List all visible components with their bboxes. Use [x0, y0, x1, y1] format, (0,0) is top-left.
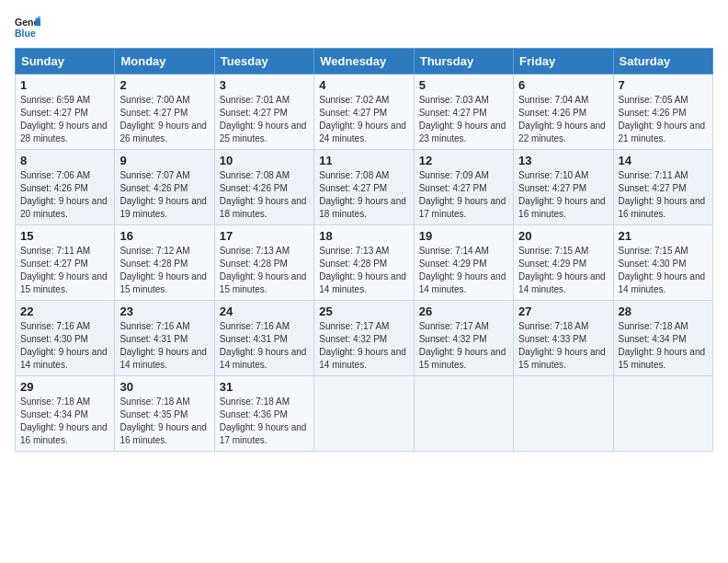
cell-text: Sunrise: 7:17 AMSunset: 4:32 PMDaylight:… [319, 321, 406, 370]
day-number: 15 [20, 229, 109, 243]
calendar-cell: 16 Sunrise: 7:12 AMSunset: 4:28 PMDaylig… [115, 225, 214, 301]
calendar-cell [613, 376, 712, 452]
cell-text: Sunrise: 7:11 AMSunset: 4:27 PMDaylight:… [619, 170, 706, 219]
header: General Blue [15, 15, 713, 40]
day-number: 31 [220, 380, 309, 394]
col-header-friday: Friday [514, 49, 613, 75]
cell-text: Sunrise: 7:17 AMSunset: 4:32 PMDaylight:… [419, 321, 506, 370]
calendar-cell: 23 Sunrise: 7:16 AMSunset: 4:31 PMDaylig… [115, 301, 214, 376]
calendar-cell: 19 Sunrise: 7:14 AMSunset: 4:29 PMDaylig… [414, 225, 513, 301]
cell-text: Sunrise: 7:12 AMSunset: 4:28 PMDaylight:… [119, 246, 207, 294]
day-number: 26 [419, 304, 508, 318]
calendar-cell: 3 Sunrise: 7:01 AMSunset: 4:27 PMDayligh… [214, 75, 313, 150]
day-number: 29 [20, 380, 109, 394]
calendar-cell: 31 Sunrise: 7:18 AMSunset: 4:36 PMDaylig… [214, 376, 313, 452]
day-number: 27 [518, 304, 608, 318]
day-number: 3 [220, 78, 309, 92]
cell-text: Sunrise: 7:09 AMSunset: 4:27 PMDaylight:… [419, 170, 506, 219]
day-number: 17 [220, 229, 309, 243]
calendar-cell [514, 376, 613, 452]
calendar-cell: 1 Sunrise: 6:59 AMSunset: 4:27 PMDayligh… [16, 75, 115, 150]
day-number: 24 [220, 304, 309, 318]
day-number: 20 [518, 229, 608, 243]
svg-marker-2 [36, 18, 40, 27]
calendar-cell: 20 Sunrise: 7:15 AMSunset: 4:29 PMDaylig… [514, 225, 613, 301]
logo: General Blue [15, 15, 40, 40]
day-number: 25 [319, 304, 408, 318]
calendar-cell: 30 Sunrise: 7:18 AMSunset: 4:35 PMDaylig… [115, 376, 214, 452]
cell-text: Sunrise: 7:15 AMSunset: 4:30 PMDaylight:… [619, 246, 706, 294]
day-number: 22 [20, 304, 109, 318]
calendar-cell: 6 Sunrise: 7:04 AMSunset: 4:26 PMDayligh… [514, 75, 613, 150]
day-number: 13 [518, 154, 608, 167]
day-number: 23 [119, 304, 209, 318]
day-number: 7 [619, 78, 708, 92]
calendar-cell: 8 Sunrise: 7:06 AMSunset: 4:26 PMDayligh… [16, 150, 115, 225]
cell-text: Sunrise: 7:08 AMSunset: 4:26 PMDaylight:… [220, 170, 307, 219]
calendar-cell: 15 Sunrise: 7:11 AMSunset: 4:27 PMDaylig… [16, 225, 115, 301]
cell-text: Sunrise: 7:18 AMSunset: 4:33 PMDaylight:… [518, 321, 606, 370]
cell-text: Sunrise: 7:15 AMSunset: 4:29 PMDaylight:… [518, 246, 606, 294]
cell-text: Sunrise: 7:02 AMSunset: 4:27 PMDaylight:… [319, 95, 406, 144]
day-number: 10 [220, 154, 309, 167]
cell-text: Sunrise: 7:08 AMSunset: 4:27 PMDaylight:… [319, 170, 406, 219]
cell-text: Sunrise: 7:11 AMSunset: 4:27 PMDaylight:… [20, 246, 108, 294]
calendar-cell: 9 Sunrise: 7:07 AMSunset: 4:26 PMDayligh… [115, 150, 214, 225]
calendar-cell: 10 Sunrise: 7:08 AMSunset: 4:26 PMDaylig… [214, 150, 313, 225]
cell-text: Sunrise: 7:04 AMSunset: 4:26 PMDaylight:… [518, 95, 606, 144]
day-number: 21 [619, 229, 708, 243]
day-number: 4 [319, 78, 408, 92]
day-number: 1 [20, 78, 109, 92]
cell-text: Sunrise: 7:01 AMSunset: 4:27 PMDaylight:… [220, 95, 307, 144]
cell-text: Sunrise: 7:10 AMSunset: 4:27 PMDaylight:… [518, 170, 606, 219]
day-number: 30 [119, 380, 209, 394]
calendar-cell: 24 Sunrise: 7:16 AMSunset: 4:31 PMDaylig… [214, 301, 313, 376]
day-number: 16 [119, 229, 209, 243]
calendar-cell: 28 Sunrise: 7:18 AMSunset: 4:34 PMDaylig… [613, 301, 712, 376]
day-number: 9 [119, 154, 209, 167]
calendar-cell: 22 Sunrise: 7:16 AMSunset: 4:30 PMDaylig… [16, 301, 115, 376]
cell-text: Sunrise: 7:16 AMSunset: 4:30 PMDaylight:… [20, 321, 108, 370]
calendar-cell: 4 Sunrise: 7:02 AMSunset: 4:27 PMDayligh… [314, 75, 414, 150]
day-number: 19 [419, 229, 508, 243]
day-number: 5 [419, 78, 508, 92]
cell-text: Sunrise: 6:59 AMSunset: 4:27 PMDaylight:… [20, 95, 108, 144]
cell-text: Sunrise: 7:13 AMSunset: 4:28 PMDaylight:… [319, 246, 406, 294]
cell-text: Sunrise: 7:18 AMSunset: 4:36 PMDaylight:… [220, 396, 307, 445]
day-number: 28 [619, 304, 708, 318]
calendar-cell [314, 376, 414, 452]
calendar-cell: 21 Sunrise: 7:15 AMSunset: 4:30 PMDaylig… [613, 225, 712, 301]
day-number: 18 [319, 229, 408, 243]
col-header-monday: Monday [115, 49, 214, 75]
day-number: 8 [20, 154, 109, 167]
calendar-cell: 29 Sunrise: 7:18 AMSunset: 4:34 PMDaylig… [16, 376, 115, 452]
calendar-table: SundayMondayTuesdayWednesdayThursdayFrid… [15, 48, 713, 452]
calendar-cell: 25 Sunrise: 7:17 AMSunset: 4:32 PMDaylig… [314, 301, 414, 376]
cell-text: Sunrise: 7:05 AMSunset: 4:26 PMDaylight:… [619, 95, 706, 144]
col-header-thursday: Thursday [414, 49, 513, 75]
calendar-cell: 12 Sunrise: 7:09 AMSunset: 4:27 PMDaylig… [414, 150, 513, 225]
col-header-tuesday: Tuesday [214, 49, 313, 75]
cell-text: Sunrise: 7:00 AMSunset: 4:27 PMDaylight:… [119, 95, 207, 144]
cell-text: Sunrise: 7:03 AMSunset: 4:27 PMDaylight:… [419, 95, 506, 144]
calendar-cell: 14 Sunrise: 7:11 AMSunset: 4:27 PMDaylig… [613, 150, 712, 225]
day-number: 12 [419, 154, 508, 167]
calendar-cell: 27 Sunrise: 7:18 AMSunset: 4:33 PMDaylig… [514, 301, 613, 376]
cell-text: Sunrise: 7:07 AMSunset: 4:26 PMDaylight:… [119, 170, 207, 219]
calendar-cell: 13 Sunrise: 7:10 AMSunset: 4:27 PMDaylig… [514, 150, 613, 225]
cell-text: Sunrise: 7:16 AMSunset: 4:31 PMDaylight:… [119, 321, 207, 370]
cell-text: Sunrise: 7:06 AMSunset: 4:26 PMDaylight:… [20, 170, 108, 219]
cell-text: Sunrise: 7:18 AMSunset: 4:34 PMDaylight:… [20, 396, 108, 445]
calendar-cell: 2 Sunrise: 7:00 AMSunset: 4:27 PMDayligh… [115, 75, 214, 150]
logo-icon: General Blue [15, 15, 40, 40]
calendar-cell: 5 Sunrise: 7:03 AMSunset: 4:27 PMDayligh… [414, 75, 513, 150]
calendar-cell [414, 376, 513, 452]
calendar-cell: 18 Sunrise: 7:13 AMSunset: 4:28 PMDaylig… [314, 225, 414, 301]
col-header-sunday: Sunday [16, 49, 115, 75]
col-header-wednesday: Wednesday [314, 49, 414, 75]
calendar-cell: 11 Sunrise: 7:08 AMSunset: 4:27 PMDaylig… [314, 150, 414, 225]
day-number: 6 [518, 78, 608, 92]
day-number: 14 [619, 154, 708, 167]
cell-text: Sunrise: 7:16 AMSunset: 4:31 PMDaylight:… [220, 321, 307, 370]
calendar-cell: 17 Sunrise: 7:13 AMSunset: 4:28 PMDaylig… [214, 225, 313, 301]
